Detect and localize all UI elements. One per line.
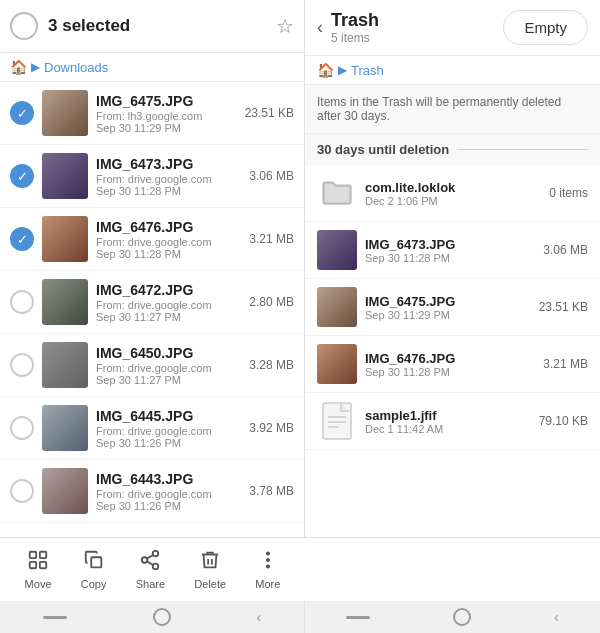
file-name: IMG_6445.JPG <box>96 408 241 424</box>
deletion-bar: 30 days until deletion <box>305 134 600 165</box>
more-button[interactable]: More <box>255 549 280 590</box>
svg-rect-6 <box>30 562 36 568</box>
share-label: Share <box>136 578 165 590</box>
trash-name: IMG_6473.JPG <box>365 237 535 252</box>
file-from: From: drive.google.com <box>96 488 241 500</box>
file-check-circle[interactable] <box>10 479 34 503</box>
bottom-toolbar: Move Copy Share <box>0 537 600 601</box>
trash-info: IMG_6475.JPG Sep 30 11:29 PM <box>365 294 531 321</box>
file-from: From: drive.google.com <box>96 299 241 311</box>
copy-button[interactable]: Copy <box>81 549 107 590</box>
file-date: Sep 30 11:28 PM <box>96 185 241 197</box>
nav-pill-right[interactable] <box>346 616 370 619</box>
trash-thumbnail <box>317 344 357 384</box>
file-check-circle[interactable] <box>10 164 34 188</box>
file-list-item[interactable]: IMG_6473.JPG From: drive.google.com Sep … <box>0 145 304 208</box>
file-icon <box>317 401 357 441</box>
file-info: IMG_6443.JPG From: drive.google.com Sep … <box>96 471 241 512</box>
file-check-circle[interactable] <box>10 227 34 251</box>
trash-name: sample1.jfif <box>365 408 531 423</box>
trash-list-item[interactable]: com.lite.loklok Dec 2 1:06 PM 0 items <box>305 165 600 222</box>
right-header: ‹ Trash 5 items Empty <box>305 0 600 56</box>
nav-chevron-right[interactable]: ‹ <box>554 609 559 625</box>
nav-circle-right[interactable] <box>453 608 471 626</box>
file-date: Sep 30 11:28 PM <box>96 248 241 260</box>
nav-pill-left[interactable] <box>43 616 67 619</box>
file-check-circle[interactable] <box>10 101 34 125</box>
move-label: Move <box>25 578 52 590</box>
move-button[interactable]: Move <box>25 549 52 590</box>
delete-button[interactable]: Delete <box>194 549 226 590</box>
svg-point-9 <box>153 551 159 557</box>
file-thumbnail <box>42 216 88 262</box>
file-size: 3.92 MB <box>249 421 294 435</box>
trash-list-item[interactable]: IMG_6476.JPG Sep 30 11:28 PM 3.21 MB <box>305 336 600 393</box>
right-breadcrumb-folder[interactable]: Trash <box>351 63 384 78</box>
file-name: IMG_6472.JPG <box>96 282 241 298</box>
svg-rect-0 <box>323 403 351 439</box>
copy-label: Copy <box>81 578 107 590</box>
select-all-circle[interactable] <box>10 12 38 40</box>
right-home-icon[interactable]: 🏠 <box>317 62 334 78</box>
file-info: IMG_6475.JPG From: lh3.google.com Sep 30… <box>96 93 237 134</box>
file-thumbnail <box>42 90 88 136</box>
main-area: 3 selected ☆ 🏠 ▶ Downloads IMG_6475.JPG … <box>0 0 600 537</box>
delete-icon <box>199 549 221 576</box>
right-breadcrumb-arrow: ▶ <box>338 63 347 77</box>
more-icon <box>257 549 279 576</box>
file-thumbnail <box>42 153 88 199</box>
file-list-item[interactable]: IMG_6472.JPG From: drive.google.com Sep … <box>0 271 304 334</box>
trash-date: Sep 30 11:28 PM <box>365 366 535 378</box>
svg-point-14 <box>267 552 269 554</box>
file-date: Sep 30 11:26 PM <box>96 437 241 449</box>
right-title-block: Trash 5 items <box>331 10 495 45</box>
copy-icon <box>83 549 105 576</box>
breadcrumb-folder[interactable]: Downloads <box>44 60 108 75</box>
file-list-item[interactable]: IMG_6476.JPG From: drive.google.com Sep … <box>0 208 304 271</box>
trash-size: 3.06 MB <box>543 243 588 257</box>
trash-list-item[interactable]: IMG_6475.JPG Sep 30 11:29 PM 23.51 KB <box>305 279 600 336</box>
file-name: IMG_6443.JPG <box>96 471 241 487</box>
nav-circle-left[interactable] <box>153 608 171 626</box>
trash-info: com.lite.loklok Dec 2 1:06 PM <box>365 180 541 207</box>
trash-name: IMG_6476.JPG <box>365 351 535 366</box>
file-list-item[interactable]: IMG_6445.JPG From: drive.google.com Sep … <box>0 397 304 460</box>
file-check-circle[interactable] <box>10 353 34 377</box>
trash-date: Dec 1 11:42 AM <box>365 423 531 435</box>
file-from: From: drive.google.com <box>96 425 241 437</box>
trash-list-item[interactable]: IMG_6473.JPG Sep 30 11:28 PM 3.06 MB <box>305 222 600 279</box>
star-icon[interactable]: ☆ <box>276 14 294 38</box>
home-icon[interactable]: 🏠 <box>10 59 27 75</box>
file-list-item[interactable]: IMG_6443.JPG From: drive.google.com Sep … <box>0 460 304 523</box>
trash-name: IMG_6475.JPG <box>365 294 531 309</box>
file-name: IMG_6450.JPG <box>96 345 241 361</box>
nav-chevron-left[interactable]: ‹ <box>256 609 261 625</box>
file-size: 3.21 MB <box>249 232 294 246</box>
trash-name: com.lite.loklok <box>365 180 541 195</box>
file-list-item[interactable]: IMG_6475.JPG From: lh3.google.com Sep 30… <box>0 82 304 145</box>
file-date: Sep 30 11:27 PM <box>96 311 241 323</box>
back-arrow-icon[interactable]: ‹ <box>317 17 323 38</box>
svg-point-11 <box>153 564 159 570</box>
right-subtitle: 5 items <box>331 31 495 45</box>
file-date: Sep 30 11:26 PM <box>96 500 241 512</box>
file-size: 3.28 MB <box>249 358 294 372</box>
trash-info: IMG_6476.JPG Sep 30 11:28 PM <box>365 351 535 378</box>
svg-line-13 <box>147 555 153 559</box>
file-size: 2.80 MB <box>249 295 294 309</box>
trash-size: 0 items <box>549 186 588 200</box>
empty-button[interactable]: Empty <box>503 10 588 45</box>
file-check-circle[interactable] <box>10 416 34 440</box>
delete-label: Delete <box>194 578 226 590</box>
trash-list-item[interactable]: sample1.jfif Dec 1 11:42 AM 79.10 KB <box>305 393 600 450</box>
file-list-item[interactable]: IMG_6450.JPG From: drive.google.com Sep … <box>0 334 304 397</box>
svg-rect-5 <box>40 552 46 558</box>
file-thumbnail <box>42 342 88 388</box>
file-list: IMG_6475.JPG From: lh3.google.com Sep 30… <box>0 82 304 537</box>
file-check-circle[interactable] <box>10 290 34 314</box>
share-button[interactable]: Share <box>136 549 165 590</box>
trash-size: 3.21 MB <box>543 357 588 371</box>
trash-list: com.lite.loklok Dec 2 1:06 PM 0 items IM… <box>305 165 600 537</box>
trash-size: 23.51 KB <box>539 300 588 314</box>
more-label: More <box>255 578 280 590</box>
